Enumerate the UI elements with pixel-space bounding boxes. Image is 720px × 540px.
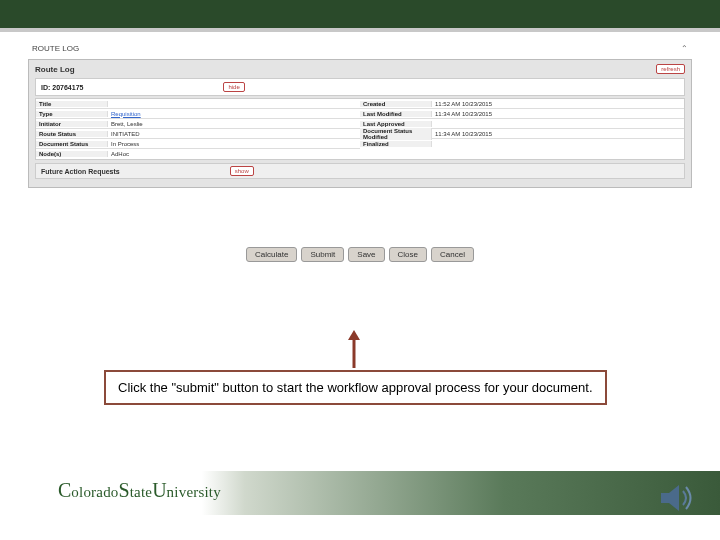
detail-label: Type bbox=[36, 111, 108, 117]
arrow-icon bbox=[344, 330, 364, 368]
header-bar bbox=[0, 0, 720, 28]
detail-label: Title bbox=[36, 101, 108, 107]
footer-gradient: ColoradoStateUniversity bbox=[0, 471, 720, 515]
speaker-icon bbox=[659, 481, 695, 515]
instruction-callout: Click the "submit" button to start the w… bbox=[104, 370, 607, 405]
tab-label: ROUTE LOG bbox=[32, 44, 79, 53]
detail-label: Initiator bbox=[36, 121, 108, 127]
detail-row: InitiatorBrett, Leslie bbox=[36, 119, 360, 129]
detail-row: Node(s)AdHoc bbox=[36, 149, 360, 159]
detail-row: Document Status Modified11:34 AM 10/23/2… bbox=[360, 129, 684, 139]
detail-row: TypeRequisition bbox=[36, 109, 360, 119]
detail-label: Route Status bbox=[36, 131, 108, 137]
calculate-button[interactable]: Calculate bbox=[246, 247, 297, 262]
hide-button[interactable]: hide bbox=[223, 82, 244, 92]
detail-label: Document Status bbox=[36, 141, 108, 147]
submit-button[interactable]: Submit bbox=[301, 247, 344, 262]
detail-row: Last Modified11:34 AM 10/23/2015 bbox=[360, 109, 684, 119]
detail-label: Finalized bbox=[360, 141, 432, 147]
svg-marker-1 bbox=[348, 330, 360, 340]
future-actions-label: Future Action Requests bbox=[41, 168, 120, 175]
detail-value: 11:34 AM 10/23/2015 bbox=[432, 111, 684, 117]
detail-label: Created bbox=[360, 101, 432, 107]
detail-row: Title bbox=[36, 99, 360, 109]
document-id: ID: 20764175 bbox=[41, 84, 83, 91]
detail-row: Created11:52 AM 10/23/2015 bbox=[360, 99, 684, 109]
detail-value: In Process bbox=[108, 141, 360, 147]
detail-right-column: Created11:52 AM 10/23/2015Last Modified1… bbox=[360, 99, 684, 159]
detail-left-column: TitleTypeRequisitionInitiatorBrett, Lesl… bbox=[36, 99, 360, 159]
route-log-header: Route Log refresh bbox=[35, 64, 685, 74]
detail-label: Document Status Modified bbox=[360, 128, 432, 140]
detail-value: 11:34 AM 10/23/2015 bbox=[432, 131, 684, 137]
detail-label: Last Modified bbox=[360, 111, 432, 117]
save-button[interactable]: Save bbox=[348, 247, 384, 262]
route-log-panel: Route Log refresh ID: 20764175 hide Titl… bbox=[28, 59, 692, 188]
chevron-up-icon[interactable]: ⌃ bbox=[681, 44, 688, 53]
university-logo: ColoradoStateUniversity bbox=[58, 479, 221, 502]
detail-row: Route StatusINITIATED bbox=[36, 129, 360, 139]
detail-value: Brett, Leslie bbox=[108, 121, 360, 127]
detail-value: INITIATED bbox=[108, 131, 360, 137]
detail-row: Document StatusIn Process bbox=[36, 139, 360, 149]
detail-table: TitleTypeRequisitionInitiatorBrett, Lesl… bbox=[35, 98, 685, 160]
refresh-button[interactable]: refresh bbox=[656, 64, 685, 74]
footer: ColoradoStateUniversity bbox=[0, 471, 720, 515]
route-log-title: Route Log bbox=[35, 65, 75, 74]
show-button[interactable]: show bbox=[230, 166, 254, 176]
svg-marker-3 bbox=[669, 485, 679, 511]
app-area: ROUTE LOG ⌃ Route Log refresh ID: 207641… bbox=[0, 32, 720, 262]
detail-value: 11:52 AM 10/23/2015 bbox=[432, 101, 684, 107]
cancel-button[interactable]: Cancel bbox=[431, 247, 474, 262]
instruction-text: Click the "submit" button to start the w… bbox=[118, 380, 593, 395]
detail-label: Last Approved bbox=[360, 121, 432, 127]
svg-rect-2 bbox=[661, 493, 669, 503]
action-button-row: CalculateSubmitSaveCloseCancel bbox=[28, 243, 692, 262]
future-actions-row: Future Action Requests show bbox=[35, 163, 685, 179]
id-section: ID: 20764175 hide bbox=[35, 78, 685, 96]
route-log-tab[interactable]: ROUTE LOG ⌃ bbox=[28, 42, 692, 55]
detail-value: AdHoc bbox=[108, 151, 360, 157]
detail-row: Finalized bbox=[360, 139, 684, 149]
detail-value[interactable]: Requisition bbox=[108, 111, 360, 117]
close-button[interactable]: Close bbox=[389, 247, 427, 262]
detail-label: Node(s) bbox=[36, 151, 108, 157]
